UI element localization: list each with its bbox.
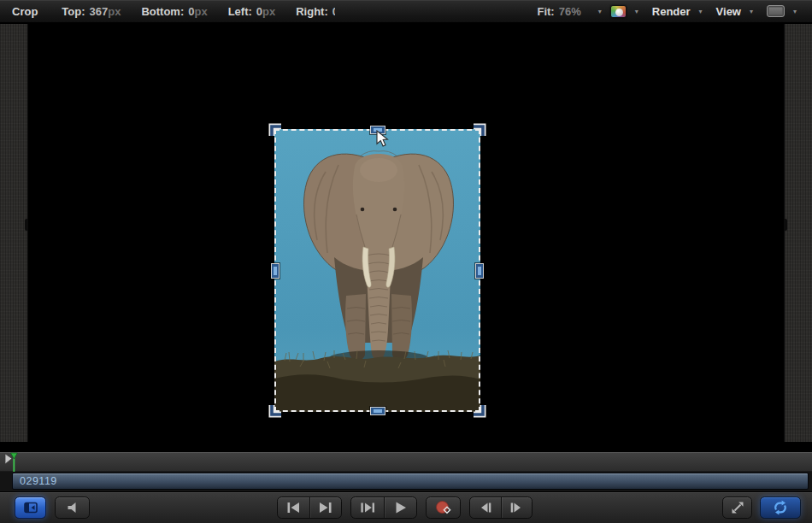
pane-toggle-icon (22, 499, 39, 516)
playhead-marker-icon[interactable] (3, 452, 26, 472)
motion-window: Crop Top: 367 px Bottom: 0 px Left: 0 px… (0, 0, 812, 523)
crop-corner-handle-bottom-left[interactable] (268, 403, 283, 418)
crop-param-right[interactable]: Right: 0 (296, 5, 335, 18)
previous-frame-button[interactable] (470, 497, 501, 518)
crop-corner-handle-top-right[interactable] (472, 123, 486, 138)
record-button[interactable] (426, 497, 461, 519)
window-dropdown-icon[interactable]: ▾ (793, 8, 797, 15)
canvas-right-rail (784, 24, 812, 442)
expand-arrows-icon (729, 499, 746, 516)
play-from-start-button[interactable] (351, 497, 384, 518)
param-bottom-label: Bottom: (141, 5, 184, 18)
canvas[interactable] (0, 23, 812, 452)
play-button[interactable] (384, 497, 417, 518)
view-dropdown-icon[interactable]: ▾ (750, 8, 753, 15)
play-group (350, 497, 417, 519)
crop-handle-right[interactable] (475, 263, 484, 279)
record-keyframe-icon (433, 499, 454, 516)
rail-notch (784, 219, 787, 231)
previous-frame-icon (476, 499, 495, 516)
param-left-unit: px (262, 5, 275, 18)
tool-name-label: Crop (12, 5, 38, 18)
crop-handle-left[interactable] (271, 263, 279, 279)
crop-param-left[interactable]: Left: 0 px (228, 5, 276, 18)
fullscreen-button[interactable] (722, 497, 752, 519)
param-top-label: Top: (62, 5, 85, 18)
rail-notch (25, 219, 28, 231)
crop-bounding-box[interactable] (274, 129, 480, 412)
speaker-icon (64, 499, 81, 516)
project-pane-toggle-button[interactable] (15, 497, 46, 519)
skip-to-end-icon (316, 499, 335, 516)
crop-param-bottom[interactable]: Bottom: 0 px (141, 5, 207, 18)
mini-timeline-ruler[interactable] (0, 452, 812, 472)
crop-param-top[interactable]: Top: 367 px (62, 5, 121, 18)
channels-dropdown-icon[interactable]: ▾ (635, 8, 638, 15)
loop-playback-button[interactable] (760, 497, 801, 519)
param-top-unit: px (108, 5, 121, 18)
crop-corner-handle-top-left[interactable] (268, 123, 283, 138)
skip-to-start-icon (284, 499, 303, 516)
crop-corner-handle-bottom-right[interactable] (472, 403, 486, 418)
fit-label: Fit: (537, 5, 554, 18)
loop-icon (771, 499, 790, 516)
param-bottom-value[interactable]: 0 (188, 5, 194, 18)
toolbar-right-cluster: Fit: 76% ▾ ▾ Render ▾ View ▾ ▾ (537, 5, 805, 18)
render-menu[interactable]: Render (652, 5, 691, 18)
crop-handle-bottom[interactable] (370, 407, 385, 415)
param-right-value[interactable]: 0 (332, 5, 335, 18)
play-from-start-icon (358, 499, 377, 516)
fit-menu[interactable]: Fit: 76% (537, 5, 580, 18)
crop-toolbar: Crop Top: 367 px Bottom: 0 px Left: 0 px… (0, 0, 812, 23)
color-channels-swatch-icon[interactable] (610, 5, 627, 18)
transport-bar (0, 491, 812, 523)
param-right-label: Right: (296, 5, 328, 18)
project-skip-group (277, 497, 342, 519)
param-left-label: Left: (228, 5, 252, 18)
next-frame-icon (507, 499, 526, 516)
fit-value: 76% (559, 5, 581, 18)
render-dropdown-icon[interactable]: ▾ (699, 8, 703, 15)
go-to-start-button[interactable] (278, 497, 309, 518)
param-left-value[interactable]: 0 (256, 5, 262, 18)
param-top-value[interactable]: 367 (90, 5, 109, 18)
window-layout-icon[interactable] (767, 5, 785, 17)
arrow-cursor-icon (375, 130, 389, 149)
clip-strip: 029119 (0, 472, 812, 491)
frame-step-group (469, 497, 533, 519)
go-to-end-button[interactable] (309, 497, 342, 518)
view-menu[interactable]: View (716, 5, 741, 18)
canvas-left-rail (0, 24, 28, 442)
fit-dropdown-icon[interactable]: ▾ (598, 8, 602, 15)
mini-timeline-clip-bar[interactable]: 029119 (12, 473, 809, 490)
param-bottom-unit: px (194, 5, 207, 18)
next-frame-button[interactable] (501, 497, 533, 518)
play-icon (391, 499, 409, 516)
audio-button[interactable] (55, 497, 90, 519)
clip-name-label: 029119 (13, 475, 57, 487)
